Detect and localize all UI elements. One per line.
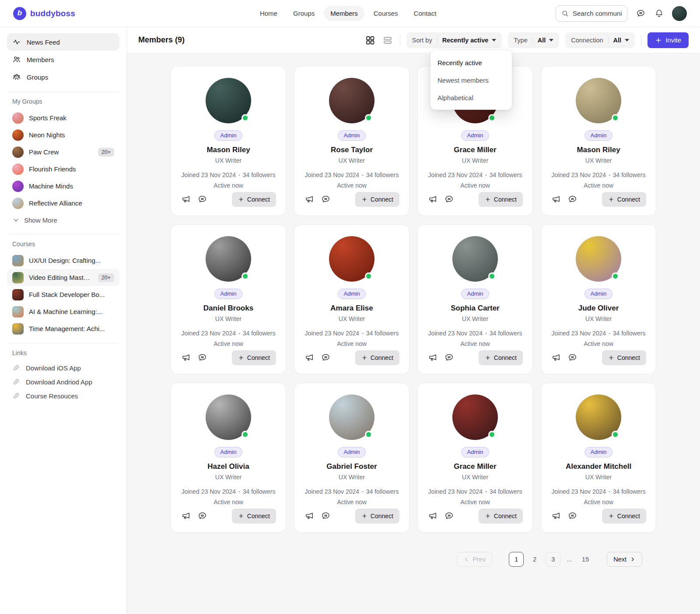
- member-name[interactable]: Mason Riley: [577, 146, 620, 154]
- sidebar-group-item[interactable]: Paw Crew 20+: [7, 143, 119, 160]
- pagination-prev-button[interactable]: Prev: [457, 552, 492, 567]
- sidebar-group-item[interactable]: Flourish Friends: [7, 160, 119, 178]
- sidebar-group-item[interactable]: Machine Minds: [7, 178, 119, 195]
- promote-button[interactable]: [427, 194, 438, 205]
- type-dropdown[interactable]: Type All: [508, 32, 559, 48]
- connect-button[interactable]: Connect: [602, 350, 646, 365]
- pagination-next-button[interactable]: Next: [607, 552, 642, 567]
- sort-by-dropdown[interactable]: Sort by Recently active: [406, 32, 502, 48]
- sidebar-course-item[interactable]: Time Management: Achi...: [7, 320, 119, 337]
- member-name[interactable]: Jude Oliver: [578, 304, 619, 313]
- promote-button[interactable]: [181, 194, 191, 205]
- promote-button[interactable]: [304, 511, 315, 521]
- connect-button[interactable]: Connect: [232, 509, 276, 523]
- search-input[interactable]: [573, 10, 622, 17]
- connect-button[interactable]: Connect: [479, 509, 523, 523]
- message-button[interactable]: [567, 352, 578, 363]
- connect-button[interactable]: Connect: [479, 350, 523, 365]
- sidebar-course-item[interactable]: Full Stack Developer Bo...: [7, 286, 119, 303]
- connect-button[interactable]: Connect: [602, 509, 646, 523]
- sidebar-link-item[interactable]: Download Andriod App: [7, 375, 119, 389]
- nav-item-home[interactable]: Home: [253, 6, 284, 21]
- sort-menu-item[interactable]: Newest members: [430, 71, 512, 89]
- pagination-page-button[interactable]: 1: [509, 552, 524, 567]
- member-name[interactable]: Grace Miller: [454, 146, 496, 154]
- message-button[interactable]: [567, 194, 578, 205]
- connect-button[interactable]: Connect: [232, 192, 276, 207]
- profile-avatar[interactable]: [672, 6, 687, 21]
- promote-button[interactable]: [551, 511, 561, 521]
- member-name[interactable]: Mason Riley: [206, 146, 250, 154]
- sidebar-course-item[interactable]: Video Editing Mastercla... 20+: [7, 269, 119, 286]
- nav-item-courses[interactable]: Courses: [367, 6, 405, 21]
- member-avatar[interactable]: [206, 78, 251, 123]
- pagination-page-button[interactable]: 15: [578, 552, 593, 567]
- member-name[interactable]: Rose Taylor: [331, 146, 373, 154]
- sidebar-group-item[interactable]: Reflective Alliance: [7, 195, 119, 212]
- sidebar-link-item[interactable]: Course Resouces: [7, 389, 119, 403]
- promote-button[interactable]: [304, 194, 315, 205]
- message-button[interactable]: [444, 352, 454, 363]
- member-avatar[interactable]: [329, 78, 374, 123]
- promote-button[interactable]: [181, 352, 191, 363]
- show-more-button[interactable]: Show More: [7, 212, 119, 228]
- member-name[interactable]: Grace Miller: [454, 462, 496, 471]
- sort-menu-item[interactable]: Recently active: [430, 54, 512, 71]
- nav-item-members[interactable]: Members: [324, 6, 364, 21]
- member-name[interactable]: Amara Elise: [330, 304, 373, 313]
- member-avatar[interactable]: [329, 236, 374, 282]
- promote-button[interactable]: [304, 352, 315, 363]
- promote-button[interactable]: [181, 511, 191, 521]
- brand[interactable]: b buddyboss: [13, 7, 75, 20]
- list-view-button[interactable]: [382, 34, 394, 46]
- member-name[interactable]: Daniel Brooks: [203, 304, 253, 313]
- member-avatar[interactable]: [576, 78, 621, 123]
- member-avatar[interactable]: [452, 236, 498, 282]
- member-name[interactable]: Alexander Mitchell: [566, 462, 631, 471]
- connect-button[interactable]: Connect: [232, 350, 276, 365]
- connect-button[interactable]: Connect: [479, 192, 523, 207]
- promote-button[interactable]: [551, 352, 561, 363]
- search-box[interactable]: [556, 5, 627, 22]
- connect-button[interactable]: Connect: [355, 350, 399, 365]
- sidebar-course-item[interactable]: UX/UI Design: Crafting...: [7, 252, 119, 269]
- member-name[interactable]: Gabriel Foster: [326, 462, 377, 471]
- promote-button[interactable]: [551, 194, 561, 205]
- invite-button[interactable]: Invite: [648, 32, 689, 48]
- message-button[interactable]: [320, 352, 331, 363]
- connect-button[interactable]: Connect: [602, 192, 646, 207]
- sidebar-item-news-feed[interactable]: News Feed: [7, 33, 119, 51]
- promote-button[interactable]: [427, 352, 438, 363]
- nav-item-groups[interactable]: Groups: [287, 6, 321, 21]
- pagination-page-button[interactable]: 2: [527, 552, 542, 567]
- message-button[interactable]: [444, 194, 454, 205]
- member-name[interactable]: Hazel Olivia: [207, 462, 249, 471]
- sidebar-item-groups[interactable]: Groups: [7, 68, 119, 86]
- pagination-page-button[interactable]: ...: [564, 552, 574, 567]
- message-button[interactable]: [567, 511, 578, 521]
- nav-item-contact[interactable]: Contact: [407, 6, 443, 21]
- sidebar-link-item[interactable]: Download iOS App: [7, 361, 119, 375]
- connect-button[interactable]: Connect: [355, 192, 399, 207]
- member-avatar[interactable]: [329, 394, 374, 440]
- message-button[interactable]: [320, 511, 331, 521]
- promote-button[interactable]: [427, 511, 438, 521]
- member-avatar[interactable]: [206, 394, 251, 440]
- sort-menu-item[interactable]: Alphabetical: [430, 89, 512, 106]
- member-avatar[interactable]: [206, 236, 251, 282]
- message-button[interactable]: [320, 194, 331, 205]
- sidebar-group-item[interactable]: Sports Freak: [7, 109, 119, 126]
- member-avatar[interactable]: [576, 236, 621, 282]
- message-button[interactable]: [197, 194, 207, 205]
- notifications-button[interactable]: [654, 8, 664, 19]
- member-avatar[interactable]: [452, 394, 498, 440]
- message-button[interactable]: [197, 511, 207, 521]
- connection-dropdown[interactable]: Connection All: [565, 32, 635, 48]
- message-button[interactable]: [444, 511, 454, 521]
- member-avatar[interactable]: [576, 394, 621, 440]
- messages-button[interactable]: [635, 8, 646, 19]
- connect-button[interactable]: Connect: [355, 509, 399, 523]
- sidebar-group-item[interactable]: Neon Nights: [7, 126, 119, 143]
- grid-view-button[interactable]: [364, 34, 376, 46]
- sidebar-course-item[interactable]: AI & Machine Learning:...: [7, 303, 119, 320]
